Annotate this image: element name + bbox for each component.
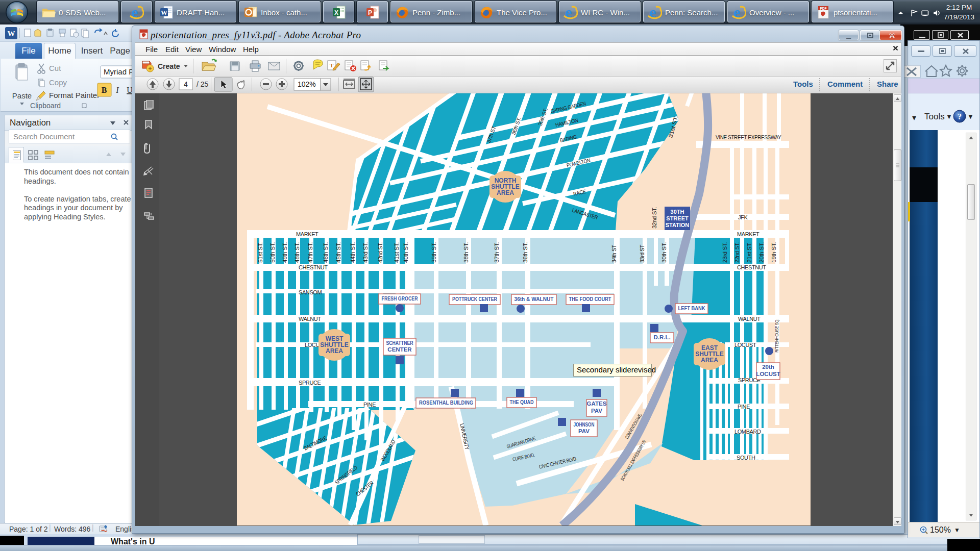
svg-text:PAV: PAV — [578, 428, 590, 434]
svg-text:20th ST.: 20th ST. — [758, 242, 765, 263]
svg-text:SOUTH: SOUTH — [737, 455, 755, 461]
svg-text:Create: Create — [158, 62, 180, 70]
svg-text:JOHNSON: JOHNSON — [574, 421, 595, 428]
svg-text:Copy: Copy — [49, 78, 67, 87]
svg-text:MARKET: MARKET — [296, 231, 318, 237]
svg-text:POTTRUCK CENTER: POTTRUCK CENTER — [452, 296, 498, 302]
svg-text:102%: 102% — [298, 80, 316, 88]
svg-text:SANSOM: SANSOM — [299, 289, 322, 295]
svg-text:T: T — [330, 62, 334, 68]
svg-text:GATES: GATES — [587, 400, 607, 407]
svg-text:40th ST.: 40th ST. — [403, 242, 409, 263]
svg-text:CENTER: CENTER — [387, 346, 412, 353]
svg-text:Cut: Cut — [49, 64, 61, 72]
svg-text:51st ST.: 51st ST. — [257, 242, 263, 263]
svg-text:MARKET: MARKET — [737, 231, 760, 237]
svg-text:Paste: Paste — [12, 91, 32, 100]
svg-text:48th ST.: 48th ST. — [294, 242, 300, 263]
svg-text:D.R.L.: D.R.L. — [653, 334, 670, 340]
svg-text:PINE: PINE — [738, 404, 750, 410]
svg-text:I: I — [115, 86, 119, 94]
svg-text:WALNUT: WALNUT — [738, 316, 761, 322]
svg-text:WALNUT: WALNUT — [299, 316, 321, 322]
svg-text:AREA: AREA — [701, 357, 718, 364]
svg-text:42nd ST.: 42nd ST. — [377, 242, 383, 263]
svg-text:/ 25: / 25 — [197, 80, 209, 88]
svg-text:THE QUAD: THE QUAD — [510, 399, 534, 405]
svg-text:32nd ST.: 32nd ST. — [651, 207, 657, 229]
svg-text:45th ST.: 45th ST. — [335, 242, 341, 263]
svg-text:39th ST.: 39th ST. — [431, 242, 437, 263]
svg-text:FRESH GROCER: FRESH GROCER — [382, 295, 419, 302]
svg-text:STATION: STATION — [666, 222, 690, 228]
svg-text:44th ST.: 44th ST. — [350, 242, 356, 263]
svg-text:LOMBARD: LOMBARD — [734, 429, 761, 435]
svg-text:VINE STREET EXPRESSWAY: VINE STREET EXPRESSWAY — [716, 135, 781, 140]
svg-text:22nd ST.: 22nd ST. — [734, 242, 740, 263]
svg-text:PDF: PDF — [820, 7, 827, 10]
svg-text:CHESTNUT: CHESTNUT — [299, 264, 328, 270]
svg-text:37th ST.: 37th ST. — [494, 242, 500, 263]
svg-text:33rd ST: 33rd ST — [639, 244, 645, 263]
svg-text:36th ST.: 36th ST. — [522, 242, 528, 263]
svg-text:23rd ST.: 23rd ST. — [722, 242, 728, 263]
svg-text:47th ST.: 47th ST. — [307, 242, 313, 263]
svg-text:LOCUST: LOCUST — [734, 342, 756, 348]
svg-text:W: W — [161, 9, 167, 16]
svg-text:ROSENTHAL BUILDING: ROSENTHAL BUILDING — [419, 399, 473, 406]
svg-text:P: P — [368, 9, 372, 16]
svg-text:LEFT BANK: LEFT BANK — [678, 305, 706, 311]
svg-text:30th ST.: 30th ST. — [661, 242, 667, 263]
svg-text:PINE: PINE — [363, 402, 376, 408]
svg-text:Secondary sliderevised: Secondary sliderevised — [577, 365, 656, 374]
svg-text:AREA: AREA — [326, 347, 343, 355]
svg-text:STREET: STREET — [666, 215, 689, 221]
svg-text:W: W — [8, 30, 15, 38]
svg-text:21st ST.: 21st ST. — [746, 242, 752, 263]
svg-text:19th ST.: 19th ST. — [771, 242, 777, 263]
svg-text:50th ST.: 50th ST. — [270, 242, 276, 263]
svg-text:LOCUST: LOCUST — [756, 371, 780, 377]
svg-text:PAV: PAV — [591, 408, 602, 414]
svg-text:36th & WALNUT: 36th & WALNUT — [514, 296, 554, 302]
svg-text:SCHATTNER: SCHATTNER — [386, 340, 414, 346]
svg-text:Clipboard: Clipboard — [30, 102, 61, 110]
svg-text:41st ST.: 41st ST. — [394, 242, 400, 263]
svg-text:?: ? — [958, 112, 962, 121]
svg-text:THE FOOD COURT: THE FOOD COURT — [569, 296, 611, 302]
svg-text:Format Painter: Format Painter — [49, 91, 100, 99]
svg-text:SPRUCE: SPRUCE — [299, 380, 321, 386]
svg-text:X: X — [334, 9, 338, 16]
svg-text:4: 4 — [184, 80, 188, 88]
svg-text:46th ST.: 46th ST. — [323, 242, 329, 263]
svg-text:38th ST.: 38th ST. — [463, 242, 469, 263]
svg-text:B: B — [102, 86, 107, 94]
svg-text:43rd ST.: 43rd ST. — [362, 242, 369, 263]
svg-text:20th: 20th — [762, 364, 774, 370]
svg-text:AREA: AREA — [497, 189, 514, 196]
svg-text:30TH: 30TH — [671, 209, 684, 215]
svg-text:CHESTNUT: CHESTNUT — [737, 264, 766, 270]
svg-text:JFK: JFK — [738, 214, 748, 220]
svg-text:RITTENHOUSE SQ.: RITTENHOUSE SQ. — [774, 319, 779, 353]
svg-text:49th ST.: 49th ST. — [282, 242, 288, 263]
svg-text:34th ST: 34th ST — [611, 244, 617, 263]
